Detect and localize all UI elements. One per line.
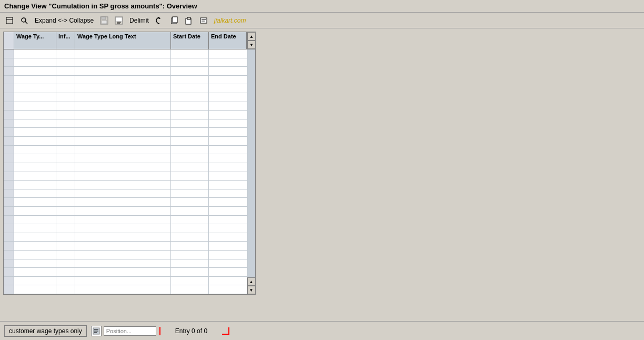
table-row[interactable] [4,84,247,93]
table-row[interactable] [4,233,247,242]
cell-inf [56,84,75,93]
cell-inf [56,259,75,268]
settings-icon[interactable] [3,15,16,26]
cell-inf [56,137,75,145]
cell-end [209,207,247,215]
table-row[interactable] [4,277,247,286]
customer-wage-types-button[interactable]: customer wage types only [4,325,87,337]
scroll-bottom-button[interactable]: ▲ [247,277,256,286]
table-row[interactable] [4,119,247,128]
cell-start [171,233,209,242]
cell-long [75,119,171,128]
table-row[interactable] [4,137,247,146]
cell-start [171,76,209,84]
cell-num [4,251,14,259]
local-save-icon[interactable] [113,15,125,26]
table-row[interactable] [4,242,247,251]
col-header-start[interactable]: Start Date [171,32,209,49]
cell-end [209,172,247,181]
scroll-down-button[interactable]: ▼ [247,41,256,49]
col-header-wage[interactable]: Wage Ty... [14,32,56,49]
col-header-long[interactable]: Wage Type Long Text [75,32,171,49]
cell-end [209,84,247,93]
find-icon[interactable] [197,15,210,26]
cell-inf [56,58,75,67]
table-row[interactable] [4,163,247,172]
table-row[interactable] [4,58,247,67]
cell-start [171,224,209,233]
cell-num [4,76,14,84]
cell-long [75,251,171,259]
vertical-scrollbar[interactable]: ▲ ▼ [247,49,255,294]
main-content: Wage Ty... Inf... Wage Type Long Text St… [0,28,644,298]
right-panel [256,32,641,295]
svg-rect-6 [102,21,107,24]
cell-num [4,119,14,128]
table-row[interactable] [4,189,247,198]
cell-long [75,128,171,136]
table-row[interactable] [4,181,247,189]
cell-wage [14,102,56,111]
cell-long [75,67,171,75]
cell-wage [14,84,56,93]
cell-num [4,216,14,224]
svg-line-3 [25,22,27,24]
position-input[interactable] [104,326,156,336]
col-header-num [4,32,14,49]
watermark: jialkart.com [214,17,246,24]
cell-num [4,146,14,154]
delimit-button[interactable]: Delimit [127,16,151,25]
cell-inf [56,128,75,136]
cell-wage [14,163,56,172]
save-icon[interactable] [98,15,110,26]
col-header-inf[interactable]: Inf... [56,32,75,49]
table-row[interactable] [4,67,247,76]
table-row[interactable] [4,102,247,111]
table-row[interactable] [4,111,247,119]
refresh-icon[interactable] [153,15,166,26]
col-header-end[interactable]: End Date [209,32,247,49]
expand-collapse-button[interactable]: Expand <-> Collapse [33,16,96,25]
cell-inf [56,233,75,242]
scroll-up-button[interactable]: ▲ [247,32,256,41]
table-row[interactable] [4,49,247,58]
table-row[interactable] [4,146,247,155]
table-row[interactable] [4,251,247,259]
cell-wage [14,58,56,67]
cell-num [4,58,14,67]
copy-icon[interactable] [168,15,180,26]
paste-icon[interactable] [183,15,195,26]
table-row[interactable] [4,198,247,207]
scroll-track[interactable] [247,49,255,277]
cell-end [209,224,247,233]
cell-wage [14,198,56,206]
table-row[interactable] [4,172,247,181]
cell-end [209,233,247,242]
svg-rect-14 [187,17,190,19]
table-row[interactable] [4,93,247,102]
cell-num [4,111,14,119]
table-row[interactable] [4,207,247,216]
cell-end [209,277,247,285]
table-row[interactable] [4,259,247,268]
scroll-bottom-down-button[interactable]: ▼ [247,286,256,294]
table-row[interactable] [4,224,247,233]
cell-wage [14,224,56,233]
table-row[interactable] [4,268,247,277]
cell-long [75,277,171,285]
cell-num [4,93,14,102]
table-row[interactable] [4,154,247,163]
table-row[interactable] [4,216,247,225]
search-icon[interactable] [18,15,31,26]
cell-long [75,224,171,233]
table-row[interactable] [4,128,247,137]
table-row[interactable] [4,76,247,85]
table-header: Wage Ty... Inf... Wage Type Long Text St… [4,32,255,49]
cell-end [209,128,247,136]
cell-inf [56,111,75,119]
table-row[interactable] [4,285,247,294]
cell-wage [14,268,56,276]
cell-inf [56,119,75,128]
cell-long [75,268,171,276]
cell-wage [14,119,56,128]
